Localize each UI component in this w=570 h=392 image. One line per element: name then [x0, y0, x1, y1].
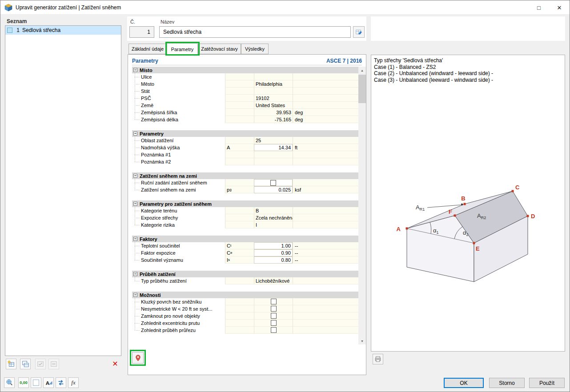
- parameter-value[interactable]: [254, 73, 293, 80]
- section-header[interactable]: −Možnosti: [132, 292, 358, 298]
- parameter-row[interactable]: MěstoPhiladelphia: [132, 80, 358, 88]
- checkbox[interactable]: [271, 327, 277, 333]
- collapse-icon[interactable]: −: [133, 272, 137, 276]
- parameter-row[interactable]: Zohlednit průběh průřezu: [132, 327, 358, 334]
- parameter-value[interactable]: United States: [254, 102, 293, 109]
- section-header[interactable]: −Zatížení sněhem na zemi: [132, 172, 358, 179]
- parameter-value[interactable]: [254, 88, 293, 95]
- tab-zakladni-udaje[interactable]: Základní údaje: [128, 44, 167, 54]
- parameter-row[interactable]: Zohlednit excentricitu prutu: [132, 320, 358, 327]
- checkbox[interactable]: [271, 306, 277, 312]
- parameter-row[interactable]: Součinitel významuIs0.80--: [132, 256, 358, 264]
- section-header[interactable]: −Místo: [132, 67, 358, 73]
- scrollbar-thumb[interactable]: [358, 75, 366, 103]
- parameter-row[interactable]: Kategorie terénuB: [132, 207, 358, 214]
- parameter-row[interactable]: Zatížení sněhem na zemipg0.025ksf: [132, 186, 358, 193]
- collapse-icon[interactable]: −: [133, 237, 137, 241]
- generator-list[interactable]: 1Sedlová střecha: [5, 25, 121, 356]
- parameter-checkbox-cell[interactable]: [254, 179, 293, 186]
- parameter-row[interactable]: Zeměpisná délka-75.165deg: [132, 116, 358, 123]
- checkbox[interactable]: [271, 313, 277, 319]
- parameter-row[interactable]: Stát: [132, 88, 358, 95]
- checkbox[interactable]: [271, 299, 277, 304]
- parameter-value[interactable]: 0.80: [254, 256, 293, 264]
- parameter-row[interactable]: Expozice střechyZcela nechráněná: [132, 214, 358, 221]
- parameter-row[interactable]: Zamknout pro nové objekty: [132, 312, 358, 320]
- parameter-value[interactable]: 19102: [254, 95, 293, 102]
- name-input[interactable]: [159, 26, 351, 38]
- apply-button[interactable]: Použít: [529, 378, 565, 388]
- copy-item-button[interactable]: [20, 359, 31, 369]
- parameter-row[interactable]: Typ průběhu zatíženíLichoběžníkové: [132, 277, 358, 284]
- scroll-down-icon[interactable]: ▼: [358, 337, 366, 344]
- parameter-row[interactable]: Ulice: [132, 73, 358, 80]
- parameter-row[interactable]: Teplotní součinitelCt1.00--: [132, 242, 358, 249]
- find-location-button[interactable]: [4, 377, 15, 388]
- maximize-button[interactable]: □: [529, 0, 549, 15]
- parameter-value[interactable]: I: [254, 221, 293, 228]
- parameter-row[interactable]: Zeměpisná šířka39.953deg: [132, 109, 358, 116]
- parameter-value[interactable]: 14.34: [254, 144, 293, 151]
- list-item[interactable]: 1Sedlová střecha: [5, 26, 121, 35]
- parameter-value[interactable]: 0.90: [254, 249, 293, 256]
- font-settings-button[interactable]: A: [43, 377, 54, 388]
- parameter-value[interactable]: Lichoběžníkové: [254, 277, 293, 284]
- scrollbar[interactable]: ▲ ▼: [358, 67, 366, 344]
- close-button[interactable]: ✕: [549, 0, 570, 15]
- section-header[interactable]: −Průběh zatížení: [132, 271, 358, 277]
- cancel-button[interactable]: Storno: [489, 378, 525, 388]
- parameter-checkbox-cell[interactable]: [254, 312, 293, 320]
- parameter-row[interactable]: ZeměUnited States: [132, 102, 358, 109]
- parameter-value[interactable]: 25: [254, 137, 293, 144]
- edit-name-button[interactable]: [353, 26, 365, 38]
- parameter-checkbox-cell[interactable]: [254, 320, 293, 327]
- parameter-row[interactable]: Nadmořská výškaA14.34ft: [132, 144, 358, 151]
- display-options-button[interactable]: [31, 377, 41, 388]
- parameter-value[interactable]: Zcela nechráněná: [254, 214, 293, 221]
- section-header[interactable]: −Parametry pro zatížení sněhem: [132, 200, 358, 207]
- parameter-checkbox-cell[interactable]: [254, 327, 293, 334]
- parameter-value[interactable]: -75.165: [254, 116, 293, 123]
- parameter-checkbox-cell[interactable]: [254, 298, 293, 305]
- titlebar[interactable]: Upravit generátor zatížení | Zatížení sn…: [0, 0, 570, 15]
- tab-parametry[interactable]: Parametry: [167, 43, 198, 55]
- section-header[interactable]: −Faktory: [132, 236, 358, 242]
- parameter-value[interactable]: [254, 158, 293, 165]
- collapse-icon[interactable]: −: [133, 68, 137, 72]
- parameter-value[interactable]: B: [254, 207, 293, 214]
- formula-button[interactable]: fx: [68, 377, 79, 388]
- regenerate-button[interactable]: [56, 377, 66, 388]
- parameter-value[interactable]: 0.025: [254, 186, 293, 193]
- parameter-row[interactable]: Poznámka #1: [132, 151, 358, 158]
- pick-location-button[interactable]: [132, 352, 144, 364]
- parameter-row[interactable]: Poznámka #2: [132, 158, 358, 165]
- copy-graphic-button[interactable]: [373, 354, 383, 364]
- delete-item-button[interactable]: ✕: [110, 359, 120, 369]
- parameter-checkbox-cell[interactable]: [254, 305, 293, 312]
- checkbox[interactable]: [270, 180, 276, 186]
- new-item-button[interactable]: [6, 359, 16, 369]
- parameter-value[interactable]: 1.00: [254, 242, 293, 249]
- collapse-icon[interactable]: −: [133, 132, 137, 136]
- parameter-row[interactable]: Kluzký povrch bez sněžníku: [132, 298, 358, 305]
- collapse-icon[interactable]: −: [133, 174, 137, 178]
- ok-button[interactable]: OK: [444, 378, 484, 388]
- section-header[interactable]: −Parametry: [132, 130, 358, 137]
- checkbox[interactable]: [271, 320, 277, 326]
- parameter-row[interactable]: Nesymetrické W < 20 ft se syst...: [132, 305, 358, 312]
- decimal-places-button[interactable]: 0,00: [18, 377, 29, 388]
- parameter-value[interactable]: [254, 151, 293, 158]
- scroll-up-icon[interactable]: ▲: [358, 67, 366, 74]
- parameter-row[interactable]: Kategorie rizikaI: [132, 221, 358, 228]
- parameter-value[interactable]: 39.953: [254, 109, 293, 116]
- parameter-row[interactable]: Faktor expoziceCe0.90--: [132, 249, 358, 256]
- parameter-row[interactable]: Ruční zadání zatížení sněhem: [132, 179, 358, 186]
- tab-zatezovaci-stavy[interactable]: Zatěžovací stavy: [198, 44, 241, 54]
- collapse-icon[interactable]: −: [133, 202, 137, 206]
- parameter-row[interactable]: PSČ19102: [132, 95, 358, 102]
- collapse-icon[interactable]: −: [133, 293, 137, 297]
- parameter-row[interactable]: Oblast zatížení25: [132, 137, 358, 144]
- number-field[interactable]: [129, 26, 154, 38]
- tab-vysledky[interactable]: Výsledky: [241, 44, 269, 54]
- parameter-value[interactable]: Philadelphia: [254, 80, 293, 88]
